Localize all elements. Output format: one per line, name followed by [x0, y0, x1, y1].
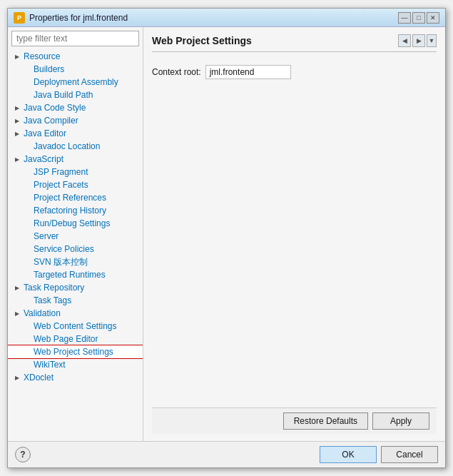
- tree-item-validation[interactable]: Validation: [8, 307, 143, 320]
- dialog-title: Properties for jml.frontend: [29, 13, 128, 23]
- tree-arrow-task-repository: [12, 283, 22, 293]
- tree-label-jsp-fragment: JSP Fragment: [32, 167, 88, 177]
- footer-buttons: OK Cancel: [320, 446, 438, 463]
- filter-input[interactable]: [11, 31, 139, 46]
- restore-defaults-button[interactable]: Restore Defaults: [283, 412, 368, 430]
- tree-item-jsp-fragment[interactable]: JSP Fragment: [8, 166, 143, 178]
- tree-item-task-repository[interactable]: Task Repository: [8, 281, 143, 294]
- maximize-button[interactable]: □: [412, 12, 425, 24]
- tree-item-svn[interactable]: SVN 版本控制: [8, 255, 143, 268]
- tree-arrow-javadoc-location: [22, 141, 32, 151]
- context-root-row: Context root: jml.frontend: [152, 65, 437, 79]
- tree-label-web-project-settings: Web Project Settings: [32, 347, 113, 357]
- tree-item-targeted-runtimes[interactable]: Targeted Runtimes: [8, 268, 143, 281]
- tree-item-java-editor[interactable]: Java Editor: [8, 127, 143, 140]
- tree-arrow-java-editor: [12, 128, 22, 138]
- close-button[interactable]: ✕: [427, 12, 439, 24]
- ok-button[interactable]: OK: [320, 446, 377, 463]
- tree-item-web-content-settings[interactable]: Web Content Settings: [8, 320, 143, 333]
- cancel-button[interactable]: Cancel: [381, 446, 438, 463]
- tree-arrow-resource: [12, 51, 22, 61]
- dialog-icon: P: [14, 12, 25, 24]
- tree-arrow-run-debug-settings: [22, 218, 32, 228]
- tree-label-javadoc-location: Javadoc Location: [32, 141, 100, 151]
- nav-dropdown-button[interactable]: ▼: [427, 34, 437, 47]
- context-root-value: jml.frontend: [205, 65, 291, 79]
- tree-label-xdoclet: XDoclet: [22, 373, 54, 383]
- tree-container: ResourceBuildersDeployment AssemblyJava …: [8, 50, 143, 441]
- tree-label-java-code-style: Java Code Style: [22, 103, 86, 113]
- tree-item-web-project-settings[interactable]: Web Project Settings: [8, 345, 143, 358]
- tree-label-run-debug-settings: Run/Debug Settings: [32, 218, 110, 228]
- tree-label-refactoring-history: Refactoring History: [32, 206, 106, 216]
- tree-item-wikitext[interactable]: WikiText: [8, 358, 143, 371]
- tree-arrow-web-page-editor: [22, 334, 32, 344]
- tree-arrow-targeted-runtimes: [22, 270, 32, 280]
- tree-item-builders[interactable]: Builders: [8, 63, 143, 76]
- tree-label-javascript: JavaScript: [22, 154, 63, 164]
- tree-label-java-build-path: Java Build Path: [32, 90, 93, 100]
- tree-item-task-tags[interactable]: Task Tags: [8, 294, 143, 307]
- tree-arrow-java-build-path: [22, 90, 32, 100]
- nav-forward-button[interactable]: ▶: [412, 34, 425, 47]
- tree-item-service-policies[interactable]: Service Policies: [8, 243, 143, 255]
- tree-label-wikitext: WikiText: [32, 360, 66, 370]
- tree-arrow-service-policies: [22, 244, 32, 254]
- content-area: ResourceBuildersDeployment AssemblyJava …: [8, 27, 445, 441]
- left-panel: ResourceBuildersDeployment AssemblyJava …: [8, 27, 143, 441]
- tree-arrow-java-compiler: [12, 116, 22, 126]
- tree-arrow-web-project-settings: [22, 347, 32, 357]
- tree-arrow-project-references: [22, 193, 32, 203]
- right-panel-title: Web Project Settings: [152, 35, 252, 46]
- tree-arrow-xdoclet: [12, 373, 22, 383]
- tree-arrow-web-content-settings: [22, 321, 32, 331]
- tree-arrow-javascript: [12, 154, 22, 164]
- tree-item-project-facets[interactable]: Project Facets: [8, 178, 143, 191]
- tree-arrow-task-tags: [22, 295, 32, 305]
- right-header: Web Project Settings ◀ ▶ ▼: [152, 34, 437, 52]
- titlebar: P Properties for jml.frontend — □ ✕: [8, 9, 445, 27]
- tree-item-run-debug-settings[interactable]: Run/Debug Settings: [8, 217, 143, 230]
- tree-item-project-references[interactable]: Project References: [8, 191, 143, 204]
- tree-label-service-policies: Service Policies: [32, 244, 94, 254]
- tree-label-server: Server: [32, 231, 58, 241]
- context-root-label: Context root:: [152, 67, 201, 77]
- tree-label-validation: Validation: [22, 308, 61, 318]
- tree-label-task-repository: Task Repository: [22, 283, 84, 293]
- tree-item-web-page-editor[interactable]: Web Page Editor: [8, 333, 143, 345]
- apply-button[interactable]: Apply: [372, 412, 429, 430]
- tree-item-xdoclet[interactable]: XDoclet: [8, 371, 143, 384]
- right-panel: Web Project Settings ◀ ▶ ▼ Context root:…: [143, 27, 445, 441]
- tree-item-server[interactable]: Server: [8, 230, 143, 243]
- nav-buttons: ◀ ▶ ▼: [398, 34, 437, 47]
- tree-label-project-facets: Project Facets: [32, 180, 88, 190]
- tree-label-java-editor: Java Editor: [22, 128, 66, 138]
- tree-arrow-validation: [12, 308, 22, 318]
- tree-item-refactoring-history[interactable]: Refactoring History: [8, 204, 143, 217]
- tree-item-deployment-assembly[interactable]: Deployment Assembly: [8, 76, 143, 88]
- tree-arrow-refactoring-history: [22, 206, 32, 216]
- tree-arrow-jsp-fragment: [22, 167, 32, 177]
- tree-item-java-build-path[interactable]: Java Build Path: [8, 88, 143, 101]
- minimize-button[interactable]: —: [398, 12, 411, 24]
- nav-back-button[interactable]: ◀: [398, 34, 411, 47]
- tree-item-javascript[interactable]: JavaScript: [8, 153, 143, 166]
- right-spacer: [152, 79, 437, 407]
- tree-label-task-tags: Task Tags: [32, 295, 71, 305]
- properties-dialog: P Properties for jml.frontend — □ ✕ Reso…: [7, 8, 446, 468]
- tree-label-java-compiler: Java Compiler: [22, 116, 78, 126]
- tree-item-javadoc-location[interactable]: Javadoc Location: [8, 140, 143, 153]
- tree-label-targeted-runtimes: Targeted Runtimes: [32, 270, 106, 280]
- tree-item-java-compiler[interactable]: Java Compiler: [8, 114, 143, 127]
- tree-label-svn: SVN 版本控制: [32, 256, 88, 268]
- tree-item-java-code-style[interactable]: Java Code Style: [8, 101, 143, 114]
- tree-arrow-server: [22, 231, 32, 241]
- help-button[interactable]: ?: [15, 447, 31, 462]
- tree-label-web-content-settings: Web Content Settings: [32, 321, 117, 331]
- dialog-footer: ? OK Cancel: [8, 441, 445, 467]
- tree-arrow-svn: [22, 257, 32, 267]
- tree-item-resource[interactable]: Resource: [8, 50, 143, 63]
- tree-arrow-java-code-style: [12, 103, 22, 113]
- tree-arrow-wikitext: [22, 360, 32, 370]
- tree-label-web-page-editor: Web Page Editor: [32, 334, 98, 344]
